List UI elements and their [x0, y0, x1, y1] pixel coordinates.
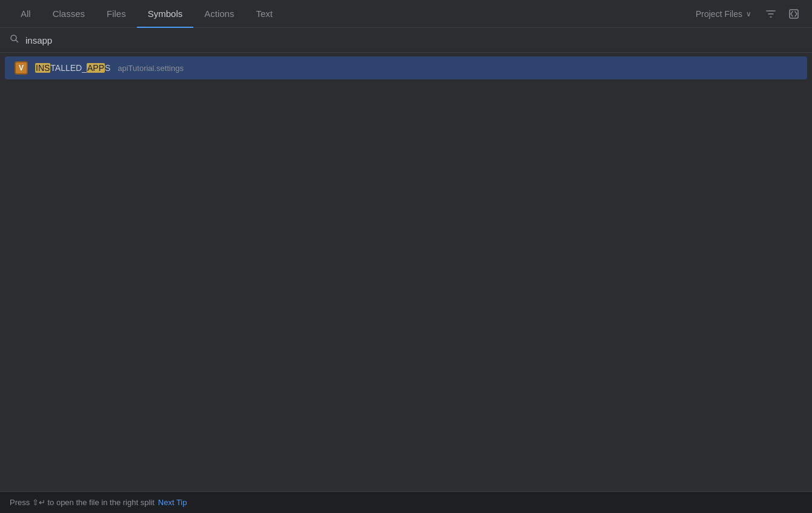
tab-files[interactable]: Files: [96, 0, 137, 28]
tabs-left: All Classes Files Symbols Actions Text: [10, 0, 691, 28]
filter-icon[interactable]: [762, 5, 779, 22]
tab-actions[interactable]: Actions: [193, 0, 245, 28]
result-text: INSTALLED_APPS apiTutorial.settings: [35, 63, 184, 73]
tabs-right: Project Files ∨: [691, 5, 802, 22]
status-bar: Press ⇧↵ to open the file in the right s…: [0, 491, 812, 513]
tab-all[interactable]: All: [10, 0, 42, 28]
status-text: Press ⇧↵ to open the file in the right s…: [10, 498, 155, 507]
result-name: INSTALLED_APPS: [35, 63, 113, 73]
search-input[interactable]: [25, 35, 802, 45]
search-icon: [10, 34, 19, 46]
chevron-down-icon: ∨: [746, 10, 751, 18]
project-files-button[interactable]: Project Files ∨: [691, 7, 756, 21]
tab-bar: All Classes Files Symbols Actions Text P…: [0, 0, 812, 28]
tab-classes[interactable]: Classes: [42, 0, 96, 28]
tab-symbols[interactable]: Symbols: [137, 0, 194, 28]
highlight-apps: APP: [87, 63, 105, 73]
highlight-ins: INS: [35, 63, 50, 73]
results-area: V INSTALLED_APPS apiTutorial.settings: [0, 53, 812, 491]
result-item[interactable]: V INSTALLED_APPS apiTutorial.settings: [5, 56, 807, 79]
next-tip-link[interactable]: Next Tip: [158, 498, 187, 507]
search-bar: [0, 28, 812, 53]
result-file-path: apiTutorial.settings: [118, 64, 184, 73]
symbol-type-icon: V: [15, 61, 28, 75]
split-view-icon[interactable]: [785, 5, 802, 22]
tab-text[interactable]: Text: [245, 0, 284, 28]
